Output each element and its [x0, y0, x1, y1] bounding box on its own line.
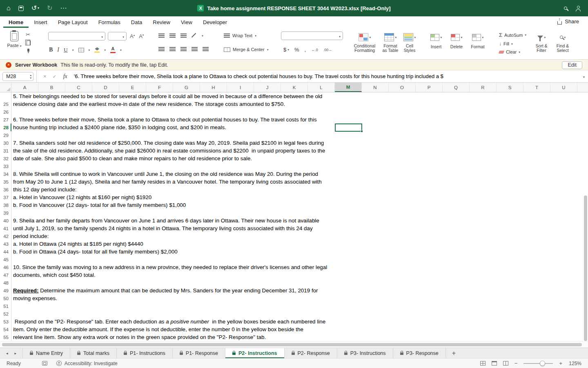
- clear-button[interactable]: Clear▾: [499, 49, 526, 54]
- row-header-43[interactable]: 43: [0, 240, 11, 248]
- column-header-s[interactable]: S: [497, 83, 523, 92]
- cell-text[interactable]: 7. Sheila sanders sold her old residence…: [11, 140, 324, 146]
- search-icon[interactable]: [564, 7, 567, 10]
- delete-cells-button[interactable]: ▾ Delete: [448, 33, 466, 49]
- column-header-p[interactable]: P: [416, 83, 443, 92]
- row-header-25[interactable]: 25: [0, 100, 11, 108]
- italic-button[interactable]: I: [57, 47, 59, 53]
- row-header-40[interactable]: 40: [0, 217, 11, 224]
- fill-handle[interactable]: [361, 130, 363, 132]
- row-header-52[interactable]: 52: [0, 310, 11, 318]
- row-header-50[interactable]: 50: [0, 294, 11, 302]
- column-header-f[interactable]: F: [146, 83, 173, 92]
- cut-button[interactable]: ✂: [26, 32, 30, 37]
- cell-text[interactable]: b. Food in Ottawa (24 days- total for al…: [11, 249, 178, 255]
- row-header-48[interactable]: 48: [0, 279, 11, 287]
- cell-text[interactable]: b. Food in Vancouver (12 days- total for…: [11, 202, 186, 208]
- find-select-button[interactable]: ▾ Find &Select: [553, 33, 572, 53]
- edit-button[interactable]: Edit: [562, 61, 582, 69]
- page-layout-view-button[interactable]: [492, 361, 497, 366]
- column-header-u[interactable]: U: [550, 83, 577, 92]
- prev-sheet-arrow[interactable]: ◂: [6, 351, 8, 355]
- row-header-30[interactable]: 30: [0, 139, 11, 147]
- column-header-j[interactable]: J: [254, 83, 281, 92]
- zoom-in-button[interactable]: +: [559, 360, 562, 366]
- column-header-a[interactable]: A: [11, 83, 38, 92]
- ribbon-tab-insert[interactable]: Insert: [29, 17, 53, 28]
- conditional-formatting-button[interactable]: ▾ ConditionalFormatting: [350, 33, 380, 53]
- column-header-k[interactable]: K: [281, 83, 308, 92]
- page-break-view-button[interactable]: [503, 361, 508, 366]
- share-button[interactable]: Share: [557, 18, 579, 25]
- column-header-d[interactable]: D: [92, 83, 119, 92]
- autosum-button[interactable]: ΣAutoSum▾: [499, 32, 526, 38]
- sheet-tab-p1-response[interactable]: P1- Response: [173, 348, 225, 358]
- insert-function-button[interactable]: fx: [63, 73, 67, 80]
- cell-text[interactable]: a. Hotel in Ottawa (24 nights at $185 pe…: [11, 241, 143, 247]
- row-header-partial[interactable]: [0, 92, 11, 100]
- row-header-36[interactable]: 36: [0, 186, 11, 193]
- ribbon-tab-page-layout[interactable]: Page Layout: [53, 17, 93, 28]
- cell-text[interactable]: residence closing date and the earliest …: [11, 101, 285, 107]
- ribbon-tab-formulas[interactable]: Formulas: [93, 17, 126, 28]
- row-header-37[interactable]: 37: [0, 193, 11, 201]
- percent-format-button[interactable]: %: [294, 47, 299, 53]
- column-header-q[interactable]: Q: [443, 83, 470, 92]
- column-header-g[interactable]: G: [173, 83, 200, 92]
- font-size-combo[interactable]: ▾: [108, 32, 127, 40]
- format-painter-button[interactable]: [27, 49, 29, 52]
- row-header-54[interactable]: 54: [0, 325, 11, 333]
- cell-text[interactable]: date of sale. She also paid $500 to clea…: [11, 155, 252, 162]
- cell-text[interactable]: house hunting trip included a $2400 plan…: [11, 124, 226, 130]
- cell-text[interactable]: a. Hotel in Vancouver (12 nights at $160…: [11, 194, 151, 200]
- bold-button[interactable]: B: [49, 47, 53, 53]
- column-header-e[interactable]: E: [119, 83, 146, 92]
- align-center-button[interactable]: [169, 47, 176, 52]
- horizontal-scrollbar-thumb[interactable]: [2, 343, 582, 346]
- ribbon-tab-developer[interactable]: Developer: [198, 17, 232, 28]
- row-header-31[interactable]: 31: [0, 147, 11, 155]
- ribbon-tab-data[interactable]: Data: [126, 17, 147, 28]
- sort-filter-button[interactable]: ▾ Sort &Filter: [532, 33, 551, 53]
- next-sheet-arrow[interactable]: ▸: [15, 351, 17, 355]
- column-header-o[interactable]: O: [389, 83, 416, 92]
- ribbon-tab-home[interactable]: Home: [3, 17, 29, 28]
- column-header-r[interactable]: R: [470, 83, 497, 92]
- decrease-indent-button[interactable]: [192, 47, 198, 52]
- expand-formula-bar-icon[interactable]: ▾: [583, 75, 585, 79]
- cell-text[interactable]: documents, which cost $450 total.: [11, 272, 96, 278]
- cell-text[interactable]: 6. Three weeks before their move, Sheila…: [11, 117, 317, 123]
- column-header-t[interactable]: T: [523, 83, 550, 92]
- row-header-32[interactable]: 32: [0, 155, 11, 162]
- borders-button[interactable]: [78, 48, 84, 52]
- insert-cells-button[interactable]: ▾ Insert: [427, 33, 445, 49]
- cell-text[interactable]: the sale of the old residence. Additiona…: [11, 148, 325, 154]
- sheet-tab-p3-instructions[interactable]: P3- Instructions: [337, 348, 393, 358]
- row-header-29[interactable]: 29: [0, 131, 11, 139]
- column-header-l[interactable]: L: [308, 83, 335, 92]
- zoom-level[interactable]: 125%: [568, 361, 581, 366]
- cell-text[interactable]: from May 20 to June 1 (12 days), Sheila …: [11, 179, 322, 185]
- column-header-n[interactable]: N: [362, 83, 389, 92]
- increase-font-size-button[interactable]: A▴: [130, 33, 135, 39]
- decrease-decimal-button[interactable]: .00→: [323, 48, 332, 52]
- row-header-28[interactable]: 28: [0, 123, 11, 131]
- currency-format-button[interactable]: $▾: [283, 47, 289, 53]
- selected-cell-m28[interactable]: [335, 123, 362, 132]
- row-header-47[interactable]: 47: [0, 271, 11, 279]
- row-header-26[interactable]: 26: [0, 108, 11, 116]
- sheet-tab-p2-instructions[interactable]: P2- Instructions: [225, 348, 284, 358]
- row-header-27[interactable]: 27: [0, 116, 11, 123]
- vertical-scrollbar[interactable]: [584, 92, 588, 341]
- horizontal-scrollbar[interactable]: [0, 341, 588, 348]
- sheet-tab-total-marks[interactable]: Total marks: [70, 348, 117, 358]
- row-header-38[interactable]: 38: [0, 201, 11, 209]
- align-middle-button[interactable]: [169, 34, 176, 38]
- cell-text[interactable]: 8. While Sheila will continue to work in…: [11, 171, 318, 177]
- row-header-55[interactable]: 55: [0, 333, 11, 341]
- cell-text[interactable]: period include:: [11, 233, 49, 239]
- row-header-45[interactable]: 45: [0, 256, 11, 263]
- name-box-stepper[interactable]: ▴▾: [30, 74, 31, 79]
- copy-button[interactable]: [27, 40, 31, 45]
- wrap-text-button[interactable]: Wrap Text ▾: [224, 33, 256, 38]
